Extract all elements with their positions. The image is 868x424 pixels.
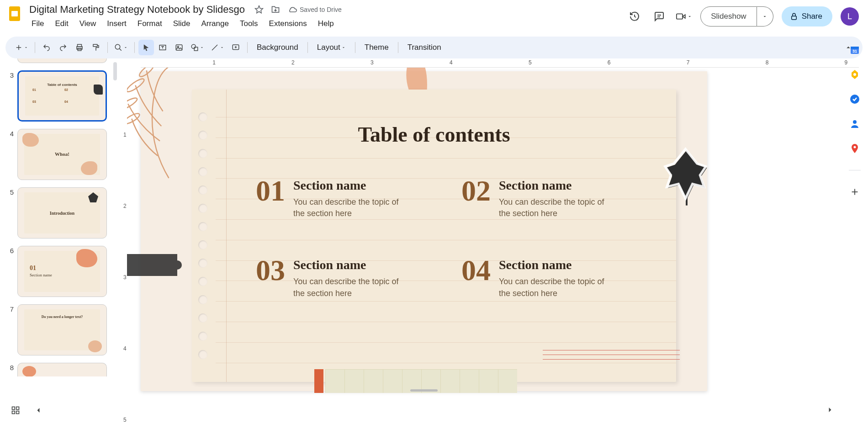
doc-title[interactable]: Digital Marketing Strategy Notebook by S…: [26, 3, 248, 16]
toc-number: 01: [256, 176, 285, 206]
scrollbar[interactable]: [113, 62, 117, 80]
svg-rect-1: [11, 11, 18, 16]
svg-point-42: [854, 146, 856, 148]
menu-edit[interactable]: Edit: [50, 17, 73, 30]
slide-thumbnail[interactable]: Whoa!: [17, 129, 107, 180]
meet-icon[interactable]: [676, 8, 692, 25]
svg-line-15: [119, 48, 122, 51]
svg-rect-7: [791, 16, 796, 20]
toolbar: Background Layout Theme Transition: [5, 37, 863, 58]
lock-icon: [790, 12, 798, 21]
menu-slide[interactable]: Slide: [168, 17, 196, 30]
svg-point-39: [853, 73, 856, 76]
toc-item[interactable]: 03 Section nameYou can describe the topi…: [256, 256, 443, 299]
side-panel: 31: [842, 41, 868, 198]
menu-insert[interactable]: Insert: [102, 17, 132, 30]
horizontal-ruler: 1 2 3 4 5 6 7 8 9: [141, 58, 859, 68]
comment-tool[interactable]: [228, 40, 243, 55]
svg-text:31: 31: [852, 49, 857, 53]
branch-decoration: [127, 68, 193, 186]
slide-thumbnail[interactable]: 01 Section name: [17, 246, 107, 297]
background-button[interactable]: Background: [251, 40, 304, 55]
layout-button[interactable]: Layout: [312, 40, 351, 55]
star-icon[interactable]: [254, 5, 264, 15]
thumb-number: 3: [6, 70, 14, 122]
paint-format-button[interactable]: [88, 40, 104, 55]
menu-help[interactable]: Help: [313, 17, 339, 30]
transition-button[interactable]: Transition: [402, 40, 447, 55]
slide-thumbnail[interactable]: Introduction: [17, 187, 107, 238]
comments-icon[interactable]: [651, 8, 667, 25]
slide-thumbnail[interactable]: [17, 363, 107, 376]
saved-status[interactable]: Saved to Drive: [288, 5, 342, 14]
menu-format[interactable]: Format: [132, 17, 167, 30]
orange-tab-decoration: [314, 369, 323, 393]
textbox-tool[interactable]: [155, 40, 170, 55]
menu-tools[interactable]: Tools: [235, 17, 263, 30]
svg-rect-13: [93, 44, 97, 47]
toc-section-desc: You can describe the topic of the sectio…: [293, 196, 412, 219]
line-tool[interactable]: [208, 40, 227, 55]
shape-tool[interactable]: [188, 40, 207, 55]
maps-icon[interactable]: [849, 143, 861, 154]
zoom-button[interactable]: [111, 40, 131, 55]
header: Digital Marketing Strategy Notebook by S…: [0, 0, 868, 37]
svg-rect-34: [12, 411, 15, 414]
svg-point-14: [115, 44, 120, 49]
image-tool[interactable]: [171, 40, 187, 55]
slideshow-dropdown[interactable]: [757, 6, 773, 26]
share-button[interactable]: Share: [782, 6, 832, 26]
toc-item[interactable]: 02 Section nameYou can describe the topi…: [461, 176, 649, 219]
toc-item[interactable]: 01 Section nameYou can describe the topi…: [256, 176, 443, 219]
thumb-number: 5: [6, 187, 14, 238]
redo-button[interactable]: [55, 40, 71, 55]
move-icon[interactable]: [270, 5, 281, 15]
account-avatar[interactable]: L: [841, 7, 859, 26]
toc-number: 04: [461, 256, 491, 285]
theme-button[interactable]: Theme: [359, 40, 394, 55]
slides-logo[interactable]: [5, 4, 25, 24]
toc-number: 02: [461, 176, 491, 206]
thumbnail-panel[interactable]: 3 Table of contents 01 02 03 04 4 Whoa! …: [0, 58, 118, 424]
menu-bar: File Edit View Insert Format Slide Arran…: [26, 17, 626, 30]
leaf-decoration: [657, 144, 716, 208]
slide-thumbnail[interactable]: Table of contents 01 02 03 04: [17, 70, 107, 122]
grid-view-icon[interactable]: [9, 404, 22, 417]
toc-item[interactable]: 04 Section nameYou can describe the topi…: [461, 256, 649, 299]
calendar-icon[interactable]: 31: [849, 44, 861, 56]
svg-rect-19: [176, 45, 182, 50]
toc-section-name: Section name: [499, 258, 618, 272]
thumb-number: 4: [6, 129, 14, 180]
slide-canvas[interactable]: Table of contents 01 Section nameYou can…: [141, 71, 707, 391]
explore-expand-icon[interactable]: [822, 402, 838, 418]
slide-title[interactable]: Table of contents: [192, 122, 676, 147]
svg-point-41: [853, 120, 857, 124]
menu-view[interactable]: View: [74, 17, 101, 30]
slide-thumbnail[interactable]: Do you need a longer text?: [17, 304, 107, 355]
slideshow-button[interactable]: Slideshow: [700, 6, 757, 26]
new-slide-button[interactable]: [12, 40, 31, 55]
toc-section-name: Section name: [499, 178, 618, 193]
svg-rect-33: [16, 407, 19, 410]
menu-arrange[interactable]: Arrange: [196, 17, 233, 30]
contacts-icon[interactable]: [849, 118, 861, 130]
tasks-icon[interactable]: [849, 93, 861, 105]
slide-thumbnail[interactable]: [17, 58, 107, 63]
svg-rect-35: [16, 411, 19, 414]
print-button[interactable]: [72, 40, 87, 55]
svg-point-29: [127, 77, 146, 94]
menu-extensions[interactable]: Extensions: [264, 17, 312, 30]
svg-line-23: [212, 45, 217, 50]
menu-file[interactable]: File: [26, 17, 49, 30]
toc-section-name: Section name: [293, 178, 412, 193]
filmstrip-collapse-icon[interactable]: [32, 404, 45, 417]
version-history-icon[interactable]: [626, 8, 643, 25]
svg-marker-2: [255, 6, 263, 13]
add-icon[interactable]: [849, 186, 861, 198]
thumb-number: 6: [6, 246, 14, 297]
select-tool[interactable]: [138, 40, 154, 55]
undo-button[interactable]: [39, 40, 54, 55]
scroll-indicator[interactable]: [410, 389, 438, 392]
keep-icon[interactable]: [849, 69, 861, 80]
tape-decoration: [127, 254, 177, 276]
